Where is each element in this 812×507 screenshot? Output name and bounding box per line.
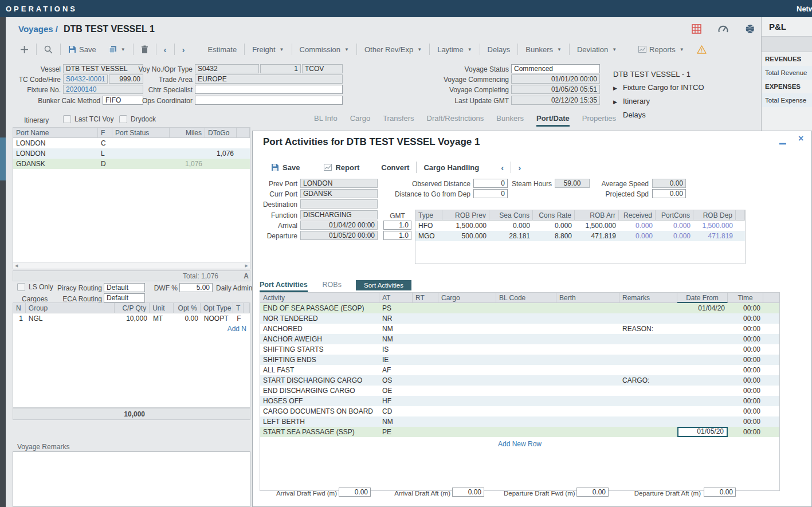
column-header-sea_cons[interactable]: Sea Cons bbox=[489, 210, 533, 221]
column-header-t[interactable]: T bbox=[233, 303, 244, 313]
tc-code-field[interactable]: S0432-I0001 bbox=[63, 74, 108, 84]
voyage-completing-field[interactable]: 01/05/20 05:51 bbox=[511, 85, 600, 94]
tab-properties[interactable]: Properties bbox=[582, 114, 616, 127]
cell-date_from[interactable] bbox=[677, 324, 728, 334]
cell-time[interactable]: 00:00 bbox=[728, 324, 763, 334]
cell-date_from[interactable] bbox=[677, 344, 728, 355]
cell-received[interactable]: 0.000 bbox=[619, 221, 656, 231]
opr-type-field[interactable]: TCOV bbox=[302, 64, 343, 73]
destination-field[interactable] bbox=[300, 199, 378, 209]
dialog-convert-button[interactable]: Convert bbox=[374, 161, 416, 174]
activity-row[interactable]: START SEA PASSAGE (SSP)PE01/05/2000:00 bbox=[260, 427, 779, 437]
column-header-rt[interactable]: RT bbox=[413, 293, 438, 303]
column-header-group[interactable]: Group bbox=[26, 303, 115, 313]
gmt-arrival-field[interactable]: 1.0 bbox=[383, 221, 411, 230]
column-header-date_from[interactable]: Date From bbox=[677, 293, 728, 303]
column-header-port[interactable]: Port Name bbox=[13, 128, 98, 138]
cell-port_cons[interactable]: 0.000 bbox=[656, 231, 693, 241]
dialog-cargo-handling-button[interactable]: Cargo Handling bbox=[417, 161, 486, 174]
column-header-miles[interactable]: Miles bbox=[170, 128, 205, 138]
tree-expand-icon[interactable]: ▶ bbox=[613, 85, 619, 91]
cell-time[interactable]: 00:00 bbox=[728, 355, 763, 365]
average-speed-field[interactable]: 0.00 bbox=[652, 179, 686, 188]
commission-menu[interactable]: Commission▼ bbox=[293, 43, 355, 56]
other-rev-exp-menu[interactable]: Other Rev/Exp▼ bbox=[358, 43, 428, 56]
sort-activities-button[interactable]: Sort Activities bbox=[356, 280, 411, 290]
column-header-remarks[interactable]: Remarks bbox=[619, 293, 677, 303]
ls-only-checkbox[interactable]: LS Only bbox=[17, 283, 53, 291]
scroll-left-icon[interactable]: ◀ bbox=[13, 262, 18, 269]
cell-date_from[interactable] bbox=[677, 313, 728, 324]
estimate-button[interactable]: Estimate bbox=[202, 43, 244, 56]
cell-date_from[interactable] bbox=[677, 355, 728, 365]
column-header-f[interactable]: F bbox=[98, 128, 112, 138]
cell-time[interactable]: 00:00 bbox=[728, 344, 763, 355]
cell-time[interactable]: 00:00 bbox=[728, 416, 763, 427]
cell-time[interactable]: 00:00 bbox=[728, 334, 763, 344]
draft-field[interactable]: 0.00 bbox=[576, 488, 609, 497]
warning-icon[interactable] bbox=[691, 43, 713, 56]
globe-icon[interactable] bbox=[745, 24, 755, 36]
cell-time[interactable]: 00:00 bbox=[728, 396, 763, 406]
itinerary-h-scrollbar[interactable]: ◀ ▶ bbox=[13, 262, 250, 269]
activity-row[interactable]: LEFT BERTHNM00:00 bbox=[260, 416, 779, 427]
cell-time[interactable]: 00:00 bbox=[728, 406, 763, 416]
dialog-report-button[interactable]: Report bbox=[317, 161, 366, 174]
activity-row[interactable]: CARGO DOCUMENTS ON BOARDCD00:00 bbox=[260, 406, 779, 416]
column-header-rob_prev[interactable]: ROB Prev bbox=[442, 210, 489, 221]
cell-date_from[interactable] bbox=[677, 334, 728, 344]
laytime-menu[interactable]: Laytime▼ bbox=[431, 43, 478, 56]
function-field[interactable]: DISCHARGING bbox=[300, 210, 378, 219]
cell-date_from[interactable] bbox=[677, 416, 728, 427]
cell-date_from[interactable] bbox=[677, 365, 728, 375]
tree-item[interactable]: ▶Itinerary bbox=[613, 97, 704, 105]
tab-bl-info[interactable]: BL Info bbox=[314, 114, 338, 127]
bunker-row[interactable]: HFO1,500.0000.0000.0001,500.0000.0000.00… bbox=[415, 221, 745, 231]
projected-speed-field[interactable]: 0.00 bbox=[652, 189, 686, 198]
tab-draft-restrictions[interactable]: Draft/Restrictions bbox=[427, 114, 484, 127]
cell-date_from[interactable] bbox=[677, 406, 728, 416]
observed-distance-field[interactable]: 0 bbox=[473, 179, 508, 188]
dwf-field[interactable]: 5.00 bbox=[179, 283, 213, 292]
drydock-checkbox[interactable]: Drydock bbox=[119, 115, 156, 123]
column-header-port_cons[interactable]: PortCons bbox=[656, 210, 693, 221]
bunker-row[interactable]: MGO500.00028.1818.800471.8190.0000.00047… bbox=[415, 231, 745, 241]
bunkers-menu[interactable]: Bunkers▼ bbox=[519, 43, 568, 56]
column-header-cargo[interactable]: Cargo bbox=[438, 293, 496, 303]
delete-button[interactable] bbox=[135, 43, 155, 56]
column-header-received[interactable]: Received bbox=[619, 210, 656, 221]
copy-button[interactable]: ▼ bbox=[103, 43, 132, 56]
save-button[interactable]: Save bbox=[62, 43, 103, 56]
voyage-remarks-textarea[interactable] bbox=[13, 451, 250, 507]
delays-button[interactable]: Delays bbox=[481, 43, 517, 56]
cell-date_from[interactable] bbox=[677, 386, 728, 396]
ops-coordinator-field[interactable] bbox=[195, 96, 343, 105]
column-header-qty[interactable]: C/P Qty bbox=[115, 303, 150, 313]
prev-record-button[interactable]: ‹ bbox=[158, 43, 173, 56]
activity-row[interactable]: ALL FASTAF00:00 bbox=[260, 365, 779, 375]
voyage-tree-root[interactable]: DTB TEST VESSEL - 1 bbox=[613, 70, 691, 78]
voy-seq-field[interactable]: 1 bbox=[260, 64, 301, 73]
column-header-at[interactable]: AT bbox=[379, 293, 413, 303]
freight-menu[interactable]: Freight▼ bbox=[246, 43, 290, 56]
activity-row[interactable]: END DISCHARGING CARGOOE00:00 bbox=[260, 386, 779, 396]
tree-item[interactable]: Delays bbox=[613, 111, 704, 119]
tab-cargo[interactable]: Cargo bbox=[350, 114, 370, 127]
activity-row[interactable]: ANCHOR AWEIGHNM00:00 bbox=[260, 334, 779, 344]
chtr-specialist-field[interactable] bbox=[195, 85, 343, 94]
search-button[interactable] bbox=[38, 43, 59, 56]
activity-row[interactable]: ANCHOREDNMREASON:00:00 bbox=[260, 324, 779, 334]
last-update-gmt-field[interactable]: 02/12/20 15:35 bbox=[511, 96, 600, 105]
activity-row[interactable]: SHIFTING STARTSIS00:00 bbox=[260, 344, 779, 355]
next-record-button[interactable]: › bbox=[176, 43, 191, 56]
prev-port-field[interactable]: LONDON bbox=[300, 179, 378, 188]
voyage-status-field[interactable]: Commenced bbox=[511, 64, 600, 73]
deviation-menu[interactable]: Deviation▼ bbox=[571, 43, 623, 56]
voy-no-field[interactable]: S0432 bbox=[195, 64, 259, 73]
cell-received[interactable]: 0.000 bbox=[619, 231, 656, 241]
activity-row[interactable]: SHIFTING ENDSIE00:00 bbox=[260, 355, 779, 365]
column-header-type[interactable]: Type bbox=[415, 210, 442, 221]
distance-to-go-field[interactable]: 0 bbox=[473, 189, 508, 198]
cell-date_from[interactable] bbox=[677, 396, 728, 406]
activity-row[interactable]: END OF SEA PASSAGE (ESOP)PS01/04/2000:00 bbox=[260, 303, 779, 313]
